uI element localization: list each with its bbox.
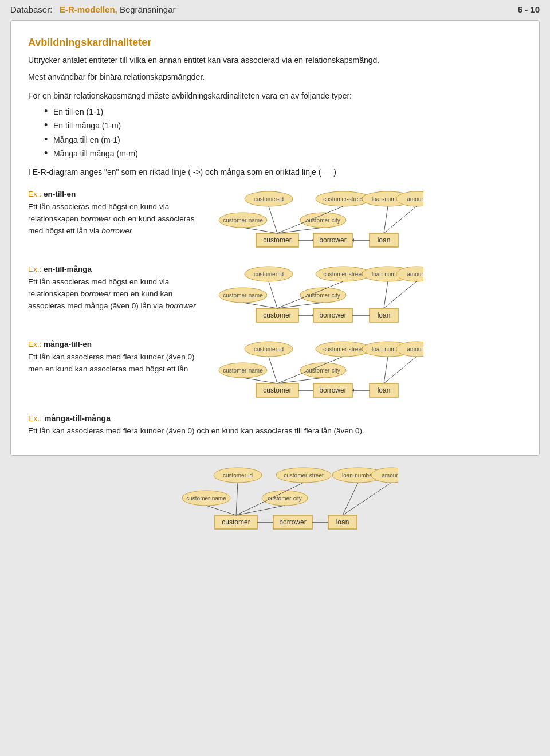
svg-line-80 [384, 357, 388, 383]
example-1: Ex.: en-till-en Ett lån associeras med h… [28, 189, 522, 253]
example-2-diagram: customer-id customer-street loan-number … [211, 264, 423, 328]
example-1-diagram: customer-id customer-street loan-number … [211, 189, 423, 253]
svg-text:amount: amount [407, 196, 423, 202]
er-diagram-1: customer-id customer-street loan-number … [211, 189, 423, 252]
svg-line-101 [206, 506, 236, 515]
svg-text:customer-city: customer-city [306, 367, 340, 374]
example-1-text: Ex.: en-till-en Ett lån associeras med h… [28, 189, 206, 238]
example-3-text: Ex.: många-till-en Ett lån kan associera… [28, 339, 206, 376]
svg-line-103 [236, 506, 285, 515]
example-2: Ex.: en-till-många Ett lån associeras me… [28, 264, 522, 328]
example-3: Ex.: många-till-en Ett lån kan associera… [28, 339, 522, 404]
example-2-text: Ex.: en-till-många Ett lån associeras me… [28, 264, 206, 313]
main-card: Avbildningskardinaliteter Uttrycker anta… [10, 20, 540, 456]
svg-text:customer: customer [263, 236, 291, 244]
example-3-diagram: customer-id customer-street loan-number … [211, 339, 423, 404]
svg-line-74 [243, 378, 277, 383]
bullet-3: Många till en (m-1) [44, 134, 522, 146]
svg-text:loan: loan [336, 518, 349, 526]
ex3-label: många-till-en [44, 340, 92, 348]
svg-line-26 [384, 206, 388, 233]
svg-line-81 [384, 357, 417, 383]
svg-text:amount: amount [407, 271, 423, 277]
bullet-1: En till en (1-1) [44, 105, 522, 118]
svg-text:customer-name: customer-name [223, 217, 263, 224]
example-3-label: Ex.: många-till-en [28, 339, 206, 351]
header: Databaser: E-R-modellen, Begränsningar 6… [0, 0, 550, 17]
svg-text:loan-number: loan-number [342, 472, 375, 479]
svg-text:customer-name: customer-name [223, 292, 263, 299]
header-title2: Begränsningar [120, 5, 176, 14]
bullet-2: En till många (1-m) [44, 119, 522, 132]
svg-line-19 [243, 228, 277, 233]
svg-text:customer-street: customer-street [323, 271, 363, 277]
svg-text:loan: loan [378, 236, 391, 244]
ex1-label: en-till-en [44, 190, 76, 198]
svg-text:customer-id: customer-id [254, 196, 284, 202]
ex4-label: många-till-många [44, 414, 111, 423]
ex1-body: Ett lån associeras med högst en kund via… [28, 201, 206, 237]
svg-text:customer-name: customer-name [186, 495, 226, 502]
diagram-note: I E-R-diagram anges "en" som en riktad l… [28, 166, 522, 178]
example-1-label: Ex.: en-till-en [28, 189, 206, 201]
svg-text:customer-street: customer-street [284, 472, 324, 479]
svg-text:borrower: borrower [319, 311, 346, 319]
svg-line-53 [384, 281, 388, 308]
svg-text:customer-city: customer-city [268, 495, 301, 502]
svg-text:amount: amount [407, 346, 423, 352]
intro-text-1: Uttrycker antalet entiteter till vilka e… [28, 54, 522, 66]
example-4-text: Ett lån kan associeras med flera kunder … [28, 425, 522, 437]
svg-line-18 [269, 206, 277, 233]
svg-text:customer: customer [222, 518, 250, 526]
svg-text:customer-street: customer-street [323, 346, 363, 352]
er-diagram-3: customer-id customer-street loan-number … [211, 339, 423, 402]
examples-area: Ex.: en-till-en Ett lån associeras med h… [28, 189, 522, 437]
ex3-prefix: Ex.: [28, 340, 44, 348]
ex2-body: Ett lån associeras med högst en kund via… [28, 276, 206, 312]
ex2-prefix: Ex.: [28, 265, 44, 273]
svg-text:customer-name: customer-name [223, 367, 263, 374]
example-2-label: Ex.: en-till-många [28, 264, 206, 276]
svg-text:customer-street: customer-street [323, 196, 363, 202]
svg-text:customer-city: customer-city [306, 217, 340, 224]
svg-text:customer: customer [263, 311, 291, 319]
example-4-label-row: Ex.: många-till-många [28, 414, 522, 423]
svg-line-100 [236, 483, 238, 515]
svg-line-46 [269, 281, 277, 308]
svg-text:borrower: borrower [319, 386, 346, 394]
bullet-list: En till en (1-1) En till många (1-m) Mån… [44, 105, 522, 160]
svg-text:customer: customer [263, 386, 291, 394]
svg-line-73 [269, 357, 277, 383]
svg-text:borrower: borrower [319, 236, 346, 244]
svg-line-27 [384, 206, 417, 233]
intro-text-2: Mest användbar för binära relationskapsm… [28, 71, 522, 83]
ex4-prefix: Ex.: [28, 414, 44, 423]
ex3-body: Ett lån kan associeras med flera kunder … [28, 351, 206, 375]
ex2-label: en-till-många [44, 265, 92, 273]
ex1-prefix: Ex.: [28, 190, 44, 198]
bullet-4: Många till många (m-m) [44, 147, 522, 160]
svg-text:customer-id: customer-id [223, 472, 253, 479]
er-diagram-bottom: customer-id customer-street loan-number … [152, 465, 398, 539]
header-page: 6 - 10 [518, 5, 540, 14]
svg-line-47 [243, 303, 277, 308]
header-prefix: Databaser: [10, 5, 52, 14]
svg-text:loan: loan [378, 386, 391, 394]
er-diagram-2: customer-id customer-street loan-number … [211, 264, 423, 327]
svg-text:borrower: borrower [279, 518, 306, 526]
section-title: Avbildningskardinaliteter [28, 37, 522, 49]
header-title: E-R-modellen, [60, 5, 117, 14]
types-intro: För en binär relationskapsmängd måste av… [28, 90, 522, 102]
svg-text:loan: loan [378, 311, 391, 319]
bottom-diagram-area: customer-id customer-street loan-number … [0, 465, 550, 539]
svg-text:customer-id: customer-id [254, 346, 284, 352]
svg-line-107 [343, 483, 391, 515]
svg-text:customer-city: customer-city [306, 292, 340, 299]
svg-text:amount: amount [382, 472, 398, 479]
svg-line-54 [384, 281, 417, 308]
svg-text:customer-id: customer-id [254, 271, 284, 277]
header-left: Databaser: E-R-modellen, Begränsningar [10, 5, 175, 14]
